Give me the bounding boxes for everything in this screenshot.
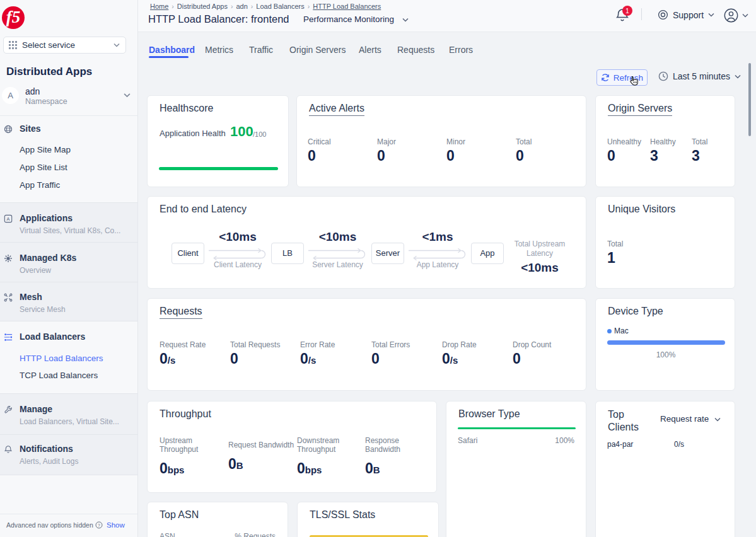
svg-text:?: ? [98,523,100,528]
svg-text:A: A [7,216,10,222]
